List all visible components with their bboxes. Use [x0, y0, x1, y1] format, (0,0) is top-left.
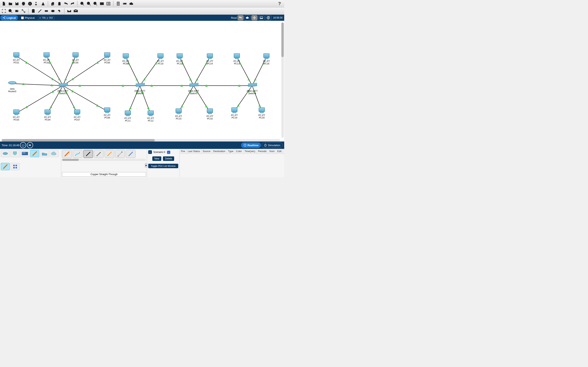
- inspect-icon[interactable]: [8, 8, 13, 14]
- scenario-delete-button[interactable]: Delete: [163, 156, 174, 161]
- expand-handle[interactable]: ▶: [145, 163, 147, 167]
- category-connections[interactable]: [30, 150, 39, 157]
- realtime-button[interactable]: Realtime: [241, 142, 261, 148]
- redo-icon[interactable]: [70, 1, 75, 6]
- doc-icon[interactable]: [116, 1, 121, 6]
- complex-pdu-icon[interactable]: [73, 8, 78, 14]
- note-icon[interactable]: [31, 8, 36, 14]
- device-sw2[interactable]: 2960-24TTSwitch2: [134, 82, 146, 95]
- horizontal-scrollbar[interactable]: [2, 139, 280, 142]
- zoom-reset-icon[interactable]: [86, 1, 91, 6]
- device-pc18[interactable]: PC-PTPC18: [260, 53, 273, 65]
- category-end-devices[interactable]: [11, 150, 20, 157]
- save-icon[interactable]: [14, 1, 20, 6]
- rectangle-icon[interactable]: [44, 8, 49, 14]
- print-icon[interactable]: [21, 1, 26, 6]
- undo-icon[interactable]: [63, 1, 69, 6]
- conn-auto[interactable]: [62, 150, 72, 158]
- device-pc02[interactable]: PC-PTPC02: [40, 52, 53, 64]
- category-multiuser[interactable]: [50, 150, 59, 157]
- pdu-col-num[interactable]: Num: [268, 149, 276, 154]
- pdu-col-destination[interactable]: Destination: [212, 149, 227, 154]
- device-pc19[interactable]: PC-PTPC19: [228, 108, 241, 119]
- logical-tab[interactable]: Logical: [0, 15, 18, 20]
- device-icon[interactable]: [122, 1, 127, 6]
- ellipse-icon[interactable]: [50, 8, 56, 14]
- toggle-pdu-list-button[interactable]: Toggle PDU List Window: [148, 164, 178, 168]
- device-pc08[interactable]: PC-PTPC08: [101, 108, 113, 119]
- physical-tab[interactable]: Physical: [19, 15, 37, 20]
- conn-console[interactable]: [73, 150, 82, 158]
- scenario-new-button[interactable]: New: [152, 156, 161, 161]
- device-pc14[interactable]: PC-PTPC14: [204, 53, 216, 65]
- zoom-out-icon[interactable]: [93, 1, 98, 6]
- category-network-devices[interactable]: [1, 150, 10, 157]
- info-icon[interactable]: [27, 1, 33, 6]
- device-pc05[interactable]: PC-PTPC05: [69, 52, 82, 64]
- cloud-add-button[interactable]: [244, 15, 251, 20]
- vertical-scrollbar[interactable]: [281, 22, 284, 138]
- device-pc10[interactable]: PC-PTPC10: [154, 53, 167, 65]
- background-button[interactable]: [258, 15, 264, 20]
- scenario-info-icon[interactable]: i: [148, 150, 152, 154]
- pdu-col-timesec[interactable]: Time(sec): [243, 149, 257, 154]
- device-pc04[interactable]: PC-PTPC04: [42, 109, 54, 121]
- zoom-in-icon[interactable]: [80, 1, 85, 6]
- fast-forward-button[interactable]: [27, 142, 33, 148]
- device-router[interactable]: 1841Router0: [6, 80, 18, 92]
- device-pc17[interactable]: PC-PTPC17: [231, 53, 243, 65]
- cloud-icon[interactable]: [129, 1, 134, 6]
- device-sw4[interactable]: 2960-24TTSwitch4: [246, 82, 258, 95]
- line-draw-icon[interactable]: [37, 8, 43, 14]
- conn-phone[interactable]: [115, 150, 125, 158]
- wizard-icon[interactable]: [40, 1, 46, 6]
- pdu-col-edit[interactable]: Edit: [276, 149, 283, 154]
- paste-icon[interactable]: [57, 1, 62, 6]
- delete-icon[interactable]: [14, 8, 20, 14]
- new-file-icon[interactable]: [1, 1, 7, 6]
- device-sw3[interactable]: 2960-24TTSwitch3: [187, 82, 200, 95]
- workspace[interactable]: 1841Router02960-24TTSwitch12960-24TTSwit…: [0, 21, 284, 142]
- pdu-col-fire[interactable]: Fire: [180, 149, 187, 154]
- category-miscellaneous[interactable]: [40, 150, 49, 157]
- subcategory-grid[interactable]: [11, 163, 20, 170]
- pdu-col-source[interactable]: Source: [201, 149, 212, 154]
- move-button[interactable]: [251, 15, 258, 20]
- device-pc12[interactable]: PC-PTPC12: [145, 110, 157, 122]
- power-cycle-button[interactable]: [20, 142, 26, 148]
- viewport-icon[interactable]: [99, 1, 104, 6]
- device-pc03[interactable]: PC-PTPC03: [10, 109, 22, 121]
- subcategory-connections[interactable]: [1, 163, 10, 170]
- simulation-button[interactable]: Simulation: [261, 142, 283, 148]
- category-components[interactable]: [20, 150, 29, 157]
- simple-pdu-icon[interactable]: [67, 8, 72, 14]
- pdu-col-laststatus[interactable]: Last Status: [187, 149, 201, 154]
- conn-fiber[interactable]: [104, 150, 114, 158]
- scenario-dropdown[interactable]: ⌄: [167, 151, 170, 154]
- list-icon[interactable]: [106, 1, 111, 6]
- pdu-col-periodic[interactable]: Periodic: [257, 149, 268, 154]
- pdu-col-del[interactable]: Del: [283, 149, 284, 154]
- select-icon[interactable]: [1, 8, 7, 14]
- device-pc09[interactable]: PC-PTPC09: [120, 53, 132, 65]
- device-pc01[interactable]: PC-PTPC01: [10, 52, 22, 64]
- activity-wizard-icon[interactable]: [34, 1, 39, 6]
- resize-icon[interactable]: [21, 8, 26, 14]
- pdu-col-type[interactable]: Type: [227, 149, 235, 154]
- conn-copper-straight[interactable]: [83, 150, 93, 158]
- freeform-icon[interactable]: [57, 8, 62, 14]
- device-pc16[interactable]: PC-PTPC16: [204, 108, 216, 120]
- device-pc13[interactable]: PC-PTPC13: [173, 53, 186, 65]
- viewport-button[interactable]: [265, 15, 271, 20]
- conn-coaxial[interactable]: [126, 150, 136, 158]
- connection-scrollbar[interactable]: [62, 159, 146, 161]
- device-pc15[interactable]: PC-PTPC15: [173, 108, 185, 120]
- device-pc06[interactable]: PC-PTPC06: [101, 52, 113, 64]
- help-icon[interactable]: ?: [278, 1, 283, 6]
- device-pc07[interactable]: PC-PTPC07: [71, 109, 83, 121]
- device-pc20[interactable]: PC-PTPC20: [256, 108, 268, 119]
- copy-icon[interactable]: [50, 1, 56, 6]
- device-sw1[interactable]: 2960-24TTSwitch1: [57, 82, 69, 95]
- device-pc11[interactable]: PC-PTPC11: [122, 110, 134, 122]
- pdu-col-color[interactable]: Color: [235, 149, 243, 154]
